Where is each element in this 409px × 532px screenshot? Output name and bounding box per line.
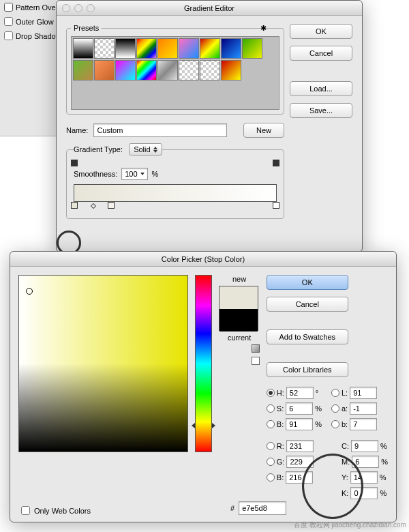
- cube-icon[interactable]: [252, 344, 260, 353]
- b-hsv-input[interactable]: 91: [286, 418, 313, 430]
- preset-swatch[interactable]: [115, 38, 136, 59]
- only-web-colors-checkbox[interactable]: [21, 506, 30, 515]
- preset-swatch[interactable]: [221, 60, 241, 80]
- c-input[interactable]: 9: [351, 440, 378, 452]
- b-hsv-label: B:: [277, 420, 284, 428]
- preset-well[interactable]: [71, 36, 279, 110]
- hue-arrow-left-icon[interactable]: [192, 423, 195, 428]
- preset-swatch[interactable]: [73, 60, 93, 80]
- a-radio[interactable]: [331, 404, 339, 413]
- preset-swatch[interactable]: [94, 60, 115, 80]
- color-libraries-button[interactable]: Color Libraries: [267, 362, 348, 377]
- smoothness-input[interactable]: 100: [121, 168, 147, 180]
- s-input[interactable]: 6: [286, 402, 313, 415]
- preset-swatch[interactable]: [157, 38, 178, 59]
- ok-button[interactable]: OK: [290, 24, 352, 39]
- opacity-stop-left[interactable]: [71, 160, 78, 166]
- new-label: new: [219, 275, 259, 283]
- color-stop-left[interactable]: [71, 202, 78, 209]
- outer-glow-label: Outer Glow: [16, 18, 54, 26]
- color-stop-mid[interactable]: [108, 202, 115, 209]
- b-lab-radio[interactable]: [331, 420, 339, 428]
- outer-glow-checkbox[interactable]: [4, 17, 13, 26]
- color-picker-dialog: Color Picker (Stop Color) new current OK: [10, 251, 397, 522]
- g-radio[interactable]: [267, 458, 275, 466]
- drop-shadow-checkbox[interactable]: [4, 31, 13, 40]
- save-button[interactable]: Save...: [290, 103, 352, 118]
- pattern-overlay-label: Pattern Over: [16, 3, 58, 12]
- h-radio[interactable]: [267, 389, 275, 397]
- chevron-down-icon: [153, 150, 157, 153]
- only-web-colors-label: Only Web Colors: [34, 507, 91, 515]
- gradient-type-fieldset: Gradient Type: Solid Smoothness: 100 %: [66, 143, 284, 219]
- hash-label: #: [230, 504, 234, 512]
- warning-swatch-icon[interactable]: [252, 357, 260, 365]
- pattern-overlay-checkbox[interactable]: [4, 3, 13, 12]
- gradient-editor-title: Gradient Editor: [184, 4, 234, 12]
- preset-swatch[interactable]: [157, 60, 178, 80]
- preset-swatch[interactable]: [179, 60, 199, 80]
- l-label: L:: [342, 389, 348, 397]
- close-icon[interactable]: [62, 4, 70, 12]
- preset-swatch[interactable]: [221, 38, 241, 59]
- preset-swatch[interactable]: [94, 38, 115, 59]
- hex-input[interactable]: e7e5d8: [239, 501, 286, 515]
- h-input[interactable]: 52: [286, 387, 314, 399]
- r-label: R:: [277, 442, 284, 450]
- cancel-button[interactable]: Cancel: [290, 46, 352, 61]
- annotation-ellipse-cmyk: [302, 454, 363, 519]
- a-input[interactable]: -1: [350, 402, 377, 415]
- minimize-icon[interactable]: [74, 4, 82, 12]
- new-current-group: new current: [219, 275, 259, 499]
- preset-swatch[interactable]: [136, 38, 157, 59]
- hue-slider[interactable]: [195, 275, 212, 452]
- preset-swatch[interactable]: [242, 38, 262, 59]
- percent-label: %: [152, 170, 159, 178]
- hue-arrow-right-icon[interactable]: [212, 423, 215, 428]
- b-rgb-radio[interactable]: [267, 473, 275, 482]
- l-input[interactable]: 91: [350, 387, 377, 399]
- preset-swatch[interactable]: [136, 60, 157, 80]
- color-field-marker[interactable]: [26, 288, 33, 295]
- chevron-down-icon: [140, 173, 145, 175]
- s-radio[interactable]: [267, 404, 275, 413]
- new-current-swatch[interactable]: [219, 286, 258, 331]
- color-field[interactable]: [18, 275, 188, 452]
- opacity-stop-right[interactable]: [273, 160, 279, 166]
- preset-swatch[interactable]: [115, 60, 136, 80]
- preset-swatch[interactable]: [73, 38, 93, 59]
- preset-swatch[interactable]: [179, 38, 199, 59]
- current-label: current: [219, 334, 259, 342]
- new-button[interactable]: New: [243, 123, 284, 138]
- window-controls: [62, 4, 95, 12]
- b-lab-label: b:: [342, 420, 348, 428]
- r-input[interactable]: 231: [286, 440, 314, 452]
- b-hsv-radio[interactable]: [267, 420, 275, 428]
- presets-fieldset: Presets ✱: [66, 24, 284, 115]
- color-stop-right[interactable]: [273, 202, 279, 209]
- name-input[interactable]: Custom: [93, 123, 227, 137]
- b-rgb-label: B:: [277, 473, 284, 482]
- midpoint-handle[interactable]: [91, 203, 96, 209]
- current-color-swatch: [219, 309, 258, 331]
- ok-button[interactable]: OK: [267, 275, 348, 290]
- gear-icon[interactable]: ✱: [260, 24, 267, 33]
- b-lab-input[interactable]: 7: [350, 418, 377, 430]
- cancel-button[interactable]: Cancel: [267, 297, 348, 312]
- r-radio[interactable]: [267, 442, 275, 450]
- load-button[interactable]: Load...: [290, 81, 352, 96]
- watermark: 百度 教程网 jiaocheng.chazidian.com: [294, 521, 406, 529]
- l-radio[interactable]: [331, 389, 339, 397]
- gradient-editor-titlebar[interactable]: Gradient Editor: [57, 1, 362, 16]
- zoom-icon[interactable]: [87, 4, 95, 12]
- name-label: Name:: [66, 126, 88, 134]
- add-to-swatches-button[interactable]: Add to Swatches: [267, 329, 348, 344]
- gradient-preview[interactable]: [74, 184, 277, 202]
- preset-swatch[interactable]: [200, 38, 220, 59]
- color-picker-titlebar[interactable]: Color Picker (Stop Color): [10, 252, 396, 267]
- new-color-swatch: [219, 286, 258, 309]
- gradient-type-label: Gradient Type:: [74, 145, 123, 153]
- preset-swatch[interactable]: [200, 60, 220, 80]
- drop-shadow-label: Drop Shadow: [16, 32, 61, 40]
- gradient-type-select[interactable]: Solid: [129, 143, 162, 156]
